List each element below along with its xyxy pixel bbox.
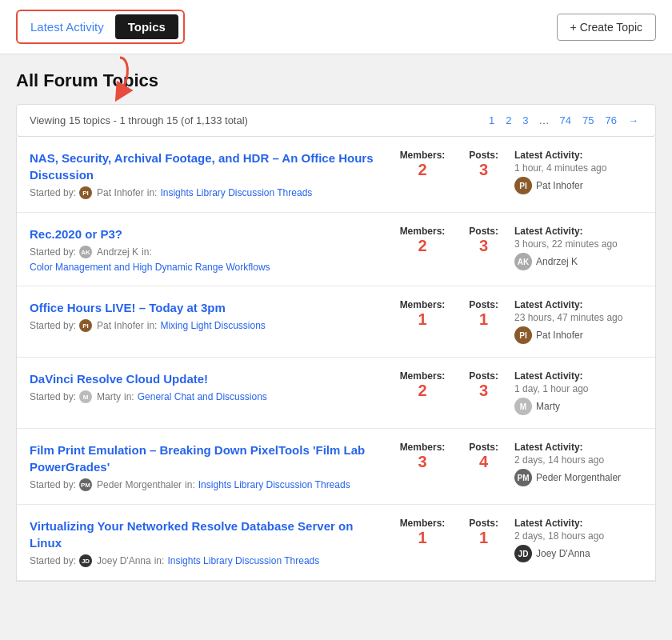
page-2[interactable]: 2 (502, 113, 515, 128)
topic-meta-3: Started by: M Marty in: General Chat and… (30, 390, 384, 403)
topic-activity-3: Latest Activity: 1 day, 1 hour ago M Mar… (514, 370, 642, 415)
started-by-name-1: Andrzej K (97, 246, 138, 258)
topic-meta-2: Started by: PI Pat Inhofer in: Mixing Li… (30, 319, 384, 332)
topic-meta-4: Started by: PM Peder Morgenthaler in: In… (30, 478, 384, 491)
posts-label: Posts: (469, 226, 498, 237)
in-label: in: (124, 391, 134, 402)
activity-username-5: Joey D'Anna (536, 548, 590, 559)
started-by-name-5: Joey D'Anna (97, 555, 151, 566)
posts-value-0: 3 (469, 161, 498, 179)
in-label: in: (147, 187, 158, 198)
tab-group: Latest Activity Topics (16, 10, 185, 44)
posts-stat-4: Posts: 4 (469, 442, 498, 471)
page-title: All Forum Topics (16, 70, 656, 91)
started-by-label: Started by: (30, 479, 76, 490)
activity-user-3: M Marty (514, 398, 642, 415)
table-row: Office Hours LIVE! – Today at 3pm Starte… (17, 286, 655, 358)
topic-category-2[interactable]: Mixing Light Discussions (160, 320, 265, 331)
topic-title-4[interactable]: Film Print Emulation – Breaking Down Pix… (30, 442, 384, 475)
topic-category-0[interactable]: Insights Library Discussion Threads (160, 187, 312, 198)
posts-value-5: 1 (469, 529, 498, 547)
page-1[interactable]: 1 (485, 113, 498, 128)
posts-label: Posts: (469, 518, 498, 529)
members-stat-0: Members: 2 (400, 150, 446, 179)
members-label: Members: (400, 226, 446, 237)
create-topic-button[interactable]: + Create Topic (557, 14, 656, 41)
in-label: in: (185, 479, 195, 490)
activity-time-3: 1 day, 1 hour ago (514, 383, 642, 394)
activity-time-2: 23 hours, 47 minutes ago (514, 312, 642, 323)
page-3[interactable]: 3 (518, 113, 532, 128)
topic-title-3[interactable]: DaVinci Resolve Cloud Update! (30, 370, 384, 387)
activity-username-0: Pat Inhofer (536, 180, 583, 191)
started-by-name-3: Marty (97, 391, 121, 402)
topic-list: NAS, Security, Archival Footage, and HDR… (16, 137, 656, 582)
topic-title-1[interactable]: Rec.2020 or P3? (30, 226, 384, 242)
activity-username-3: Marty (536, 401, 560, 412)
activity-avatar-4: PM (514, 469, 532, 486)
members-value-1: 2 (400, 237, 446, 255)
topic-category-4[interactable]: Insights Library Discussion Threads (198, 479, 350, 490)
in-label: in: (154, 555, 165, 566)
topics-info-bar: Viewing 15 topics - 1 through 15 (of 1,1… (16, 104, 656, 137)
activity-label-0: Latest Activity: (514, 150, 642, 161)
page-75[interactable]: 75 (578, 113, 598, 128)
topic-stats-0: Members: 2 Posts: 3 (400, 150, 498, 179)
table-row: Film Print Emulation – Breaking Down Pix… (17, 429, 655, 505)
members-value-3: 2 (400, 382, 446, 400)
started-by-name-2: Pat Inhofer (97, 320, 144, 331)
topic-activity-0: Latest Activity: 1 hour, 4 minutes ago P… (514, 150, 642, 194)
started-by-label: Started by: (30, 246, 76, 258)
posts-value-2: 1 (469, 310, 498, 329)
activity-user-0: PI Pat Inhofer (514, 177, 642, 194)
topic-main-1: Rec.2020 or P3? Started by: AK Andrzej K… (30, 226, 384, 273)
posts-value-3: 3 (469, 382, 498, 400)
topic-title-0[interactable]: NAS, Security, Archival Footage, and HDR… (30, 150, 384, 183)
topic-stats-4: Members: 3 Posts: 4 (400, 442, 498, 471)
topic-stats-3: Members: 2 Posts: 3 (400, 370, 498, 400)
activity-user-2: PI Pat Inhofer (514, 326, 642, 344)
topic-title-5[interactable]: Virtualizing Your Networked Resolve Data… (30, 518, 384, 551)
members-stat-4: Members: 3 (400, 442, 446, 471)
posts-stat-0: Posts: 3 (469, 150, 498, 179)
members-label: Members: (400, 518, 446, 529)
topic-category-5[interactable]: Insights Library Discussion Threads (167, 555, 319, 566)
topic-main-4: Film Print Emulation – Breaking Down Pix… (30, 442, 384, 491)
activity-label-1: Latest Activity: (514, 226, 642, 237)
topic-category-3[interactable]: General Chat and Discussions (138, 391, 267, 402)
activity-time-1: 3 hours, 22 minutes ago (514, 238, 642, 250)
topic-main-5: Virtualizing Your Networked Resolve Data… (30, 518, 384, 567)
page-76[interactable]: 76 (602, 113, 621, 128)
viewing-text: Viewing 15 topics - 1 through 15 (of 1,1… (30, 114, 248, 126)
members-value-0: 2 (400, 161, 446, 179)
topic-category-1[interactable]: Color Management and High Dynamic Range … (30, 262, 270, 273)
members-value-5: 1 (400, 529, 446, 547)
posts-value-4: 4 (469, 453, 498, 471)
table-row: DaVinci Resolve Cloud Update! Started by… (17, 358, 655, 429)
page-ellipsis: … (536, 113, 553, 128)
members-stat-5: Members: 1 (400, 518, 446, 547)
members-stat-3: Members: 2 (400, 370, 446, 400)
topic-main-0: NAS, Security, Archival Footage, and HDR… (30, 150, 384, 199)
topic-title-2[interactable]: Office Hours LIVE! – Today at 3pm (30, 299, 384, 316)
tab-latest-activity[interactable]: Latest Activity (22, 15, 112, 38)
activity-avatar-3: M (514, 398, 532, 415)
topic-activity-1: Latest Activity: 3 hours, 22 minutes ago… (514, 226, 642, 270)
topic-main-2: Office Hours LIVE! – Today at 3pm Starte… (30, 299, 384, 332)
activity-username-1: Andrzej K (536, 256, 578, 267)
started-by-label: Started by: (30, 187, 76, 198)
topic-main-3: DaVinci Resolve Cloud Update! Started by… (30, 370, 384, 403)
table-row: Rec.2020 or P3? Started by: AK Andrzej K… (17, 213, 655, 286)
members-label: Members: (400, 150, 446, 161)
activity-time-0: 1 hour, 4 minutes ago (514, 162, 642, 174)
tab-topics[interactable]: Topics (115, 14, 178, 39)
activity-label-3: Latest Activity: (514, 370, 642, 382)
members-label: Members: (400, 370, 446, 382)
page-74[interactable]: 74 (556, 113, 575, 128)
started-avatar-0: PI (79, 186, 92, 199)
started-avatar-2: PI (79, 319, 92, 332)
topic-stats-1: Members: 2 Posts: 3 (400, 226, 498, 255)
members-stat-2: Members: 1 (400, 299, 446, 329)
page-next[interactable]: → (624, 113, 642, 128)
members-stat-1: Members: 2 (400, 226, 446, 255)
